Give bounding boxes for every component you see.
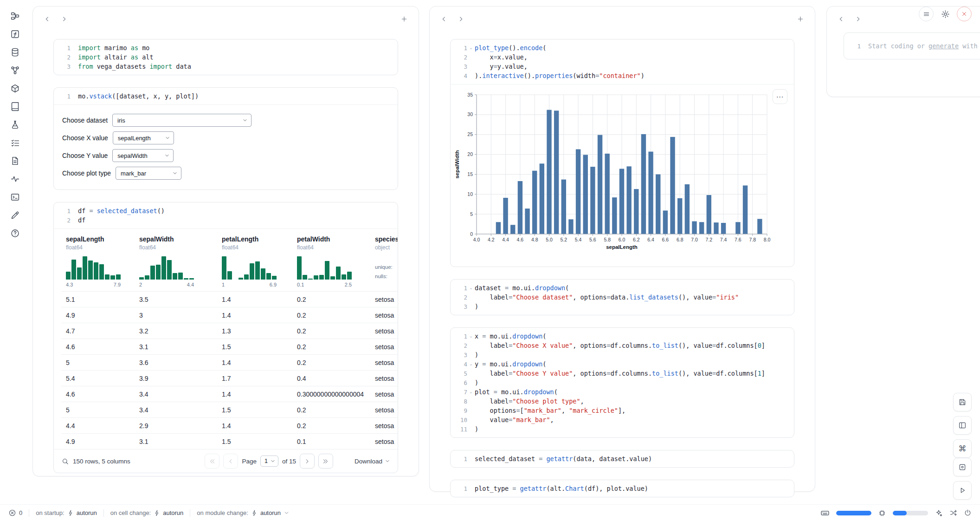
run-all-button[interactable] [953, 481, 972, 500]
empty-cell[interactable]: 1 Start coding or generate with AI [844, 33, 980, 59]
table-cell: 1.4 [217, 418, 292, 433]
ai-sparkles-icon[interactable] [935, 509, 943, 517]
page-select[interactable]: 1 [260, 456, 278, 467]
chevron-right-icon[interactable] [851, 12, 865, 26]
package-icon[interactable] [9, 83, 20, 94]
table-cell: 3.9 [135, 371, 217, 386]
code-editor[interactable]: x = mo.ui.dropdown( label="Choose X valu… [475, 332, 794, 434]
vstack-cell[interactable]: 1mo.vstack([dataset, x, y, plot])Choose … [53, 87, 398, 190]
chevron-left-icon[interactable] [834, 12, 848, 26]
table-row[interactable]: 4.73.21.30.2setosa [61, 323, 398, 339]
prev-page-button[interactable] [223, 454, 238, 469]
table-row[interactable]: 4.93.11.50.1setosa [61, 433, 398, 449]
database-icon[interactable] [9, 46, 20, 58]
table-row[interactable]: 5.43.91.70.4setosa [61, 370, 398, 386]
svg-text:6.6: 6.6 [662, 237, 669, 242]
choose-dataset-dropdown[interactable]: iris [112, 114, 251, 127]
dataflow-icon[interactable] [9, 10, 20, 21]
code-editor[interactable]: plot_type = getattr(alt.Chart(df), plot.… [475, 484, 794, 493]
choose-x-dropdown[interactable]: sepalLength [113, 131, 174, 144]
line-number-gutter: 1⌄23 [451, 283, 475, 311]
shutdown-close-icon[interactable] [957, 7, 972, 21]
chevron-right-icon[interactable] [454, 12, 468, 26]
chevron-right-icon[interactable] [57, 12, 71, 26]
plot-type-cell[interactable]: 1plot_type = getattr(alt.Chart(df), plot… [450, 480, 794, 497]
choose-y-dropdown[interactable]: sepalWidth [112, 149, 174, 162]
code-editor[interactable]: dataset = mo.ui.dropdown( label="Choose … [475, 283, 794, 311]
choose-plot-type-dropdown[interactable]: mark_bar [116, 167, 181, 180]
activity-icon[interactable] [9, 173, 20, 184]
table-row[interactable]: 4.931.40.2setosa [61, 307, 398, 323]
chevron-left-icon[interactable] [40, 12, 54, 26]
menu-icon[interactable] [919, 7, 934, 21]
altair-chart-output[interactable]: 051015202530354.04.24.44.64.85.05.25.45.… [451, 84, 794, 267]
code-editor[interactable]: selected_dataset = getattr(data, dataset… [475, 454, 794, 463]
chevron-left-icon[interactable] [437, 12, 451, 26]
row-count-summary: 150 rows, 5 columns [73, 458, 130, 465]
app-frame-button[interactable] [953, 458, 972, 476]
code-editor[interactable]: df = selected_dataset()df [78, 206, 398, 225]
power-icon[interactable] [964, 509, 972, 517]
imports-cell[interactable]: 123import marimo as moimport altair as a… [53, 39, 398, 75]
add-cell-button[interactable] [793, 12, 807, 26]
first-page-button[interactable] [205, 454, 219, 469]
error-count-badge[interactable]: 0 [8, 509, 22, 517]
checklist-icon[interactable] [9, 137, 20, 148]
download-button[interactable]: Download [355, 458, 390, 465]
dataframe-cell[interactable]: 12df = selected_dataset()dfsepalLengthfl… [53, 202, 398, 473]
code-editor-placeholder[interactable]: Start coding or generate with AI [868, 41, 980, 51]
document-icon[interactable] [9, 155, 20, 166]
fold-chevron-icon[interactable]: ⌄ [467, 46, 475, 50]
code-editor[interactable]: mo.vstack([dataset, x, y, plot]) [78, 91, 398, 101]
flask-icon[interactable] [9, 119, 20, 130]
gear-icon[interactable] [938, 7, 952, 21]
last-page-button[interactable] [318, 454, 333, 469]
xy-plot-dropdowns-cell[interactable]: 1⌄234⌄567⌄891011x = mo.ui.dropdown( labe… [450, 327, 794, 438]
add-cell-button[interactable] [397, 12, 411, 26]
table-row[interactable]: 4.63.41.40.30000000000000004setosa [61, 386, 398, 402]
table-row[interactable]: 53.41.50.2setosa [61, 402, 398, 417]
shuffle-icon[interactable] [949, 509, 957, 517]
chart-menu-button[interactable]: ⋯ [773, 89, 787, 104]
fold-chevron-icon[interactable]: ⌄ [467, 334, 475, 339]
graph-icon[interactable] [9, 65, 20, 76]
dataset-dropdown-cell[interactable]: 1⌄23dataset = mo.ui.dropdown( label="Cho… [450, 279, 794, 315]
keyboard-icon[interactable] [820, 508, 830, 518]
search-icon[interactable] [61, 457, 69, 465]
run-setting[interactable]: on startup:autorun [36, 509, 97, 516]
table-cell: setosa [370, 418, 398, 433]
svg-text:4.6: 4.6 [517, 237, 524, 242]
table-cell: 0.4 [292, 371, 370, 386]
run-setting[interactable]: on cell change:autorun [110, 509, 184, 516]
table-row[interactable]: 4.42.91.40.2setosa [61, 417, 398, 433]
column-header[interactable]: sepalWidthfloat6424.4 [135, 235, 217, 287]
layout-view-button[interactable] [953, 416, 972, 435]
code-editor[interactable]: import marimo as moimport altair as altf… [78, 43, 398, 71]
command-palette-button[interactable]: ⌘ [953, 439, 972, 458]
help-icon[interactable] [9, 228, 20, 239]
fold-chevron-icon[interactable]: ⌄ [467, 286, 475, 290]
book-icon[interactable] [9, 101, 20, 112]
functions-icon[interactable] [9, 28, 20, 39]
table-cell: 5 [61, 355, 135, 370]
next-page-button[interactable] [300, 454, 315, 469]
pencil-icon[interactable] [9, 209, 20, 221]
column-header[interactable]: speciesobjectunique:nulls: [370, 235, 398, 287]
column-header[interactable]: sepalLengthfloat644.37.9 [61, 235, 135, 287]
terminal-icon[interactable] [9, 191, 20, 202]
table-row[interactable]: 53.61.40.2setosa [61, 354, 398, 370]
svg-text:5: 5 [470, 211, 473, 217]
table-row[interactable]: 4.63.11.50.2setosa [61, 339, 398, 354]
generate-with-ai-link[interactable]: generate [928, 42, 959, 50]
fold-chevron-icon[interactable]: ⌄ [467, 362, 475, 366]
column-header[interactable]: petalLengthfloat6416.9 [217, 235, 292, 287]
table-cell: 3.6 [135, 355, 217, 370]
code-editor[interactable]: plot_type().encode( x=x.value, y=y.value… [475, 43, 794, 80]
table-row[interactable]: 5.13.51.40.2setosa [61, 291, 398, 307]
selected-dataset-cell[interactable]: 1selected_dataset = getattr(data, datase… [450, 450, 794, 468]
column-header[interactable]: petalWidthfloat640.12.5 [292, 235, 370, 287]
save-button[interactable] [953, 393, 972, 411]
fold-chevron-icon[interactable]: ⌄ [467, 390, 475, 394]
plot-cell[interactable]: 1⌄234plot_type().encode( x=x.value, y=y.… [450, 39, 794, 267]
run-setting[interactable]: on module change:autorun [197, 509, 290, 516]
